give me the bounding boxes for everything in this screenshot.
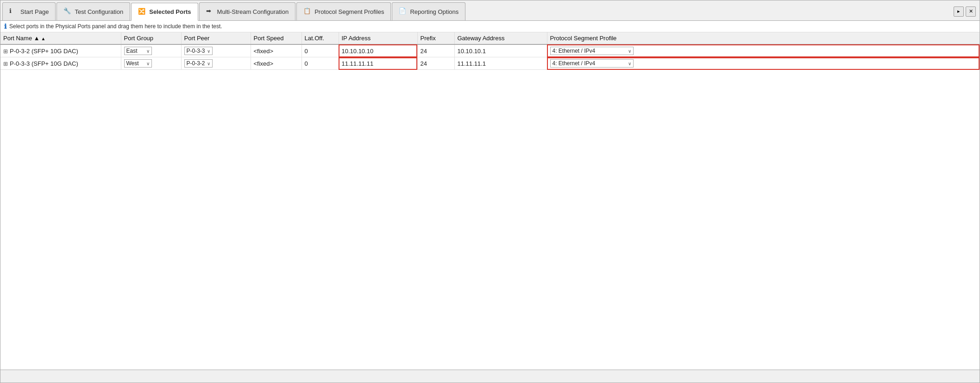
dropdown-protocol-row0[interactable]: 4: Ethernet / IPv4∨ [550, 47, 634, 55]
ports-table-container: Port Name ▲Port GroupPort PeerPort Speed… [0, 32, 980, 370]
cell-port-name-row1: ⊞P-0-3-3 (SFP+ 10G DAC) [0, 57, 121, 70]
col-header-protocol: Protocol Segment Profile [547, 32, 980, 44]
tab-reporting-options[interactable]: 📄Reporting Options [392, 2, 465, 20]
info-bar: ℹ Select ports in the Physical Ports pan… [0, 21, 980, 32]
table-row[interactable]: ⊞P-0-3-3 (SFP+ 10G DAC)West∨P-0-3-2∨<fix… [0, 57, 980, 70]
col-header-ip-address: IP Address [339, 32, 417, 44]
tab-label-multi-stream: Multi-Stream Configuration [217, 8, 289, 15]
col-header-lat-off: Lat.Off. [302, 32, 339, 44]
tab-icon-test-configuration: 🔧 [63, 7, 72, 16]
tab-close-button[interactable]: ✕ [966, 6, 976, 17]
dropdown-text-port-group-row0: East [126, 48, 144, 54]
tab-label-protocol-segment: Protocol Segment Profiles [314, 8, 384, 15]
dropdown-arrow-port-peer-row0: ∨ [207, 49, 210, 54]
tab-label-reporting-options: Reporting Options [410, 8, 459, 15]
port-icon: ⊞ [3, 61, 8, 67]
dropdown-text-port-peer-row1: P-0-3-2 [187, 60, 205, 67]
info-icon: ℹ [4, 23, 6, 30]
col-header-prefix: Prefix [417, 32, 454, 44]
cell-port-speed-row0: <fixed> [251, 44, 302, 57]
status-bar [0, 370, 980, 383]
cell-ip-address-row0: 10.10.10.10 [339, 44, 417, 57]
cell-port-group-row0: East∨ [121, 44, 181, 57]
tab-icon-multi-stream: ➡ [206, 7, 214, 16]
col-header-port-speed: Port Speed [251, 32, 302, 44]
col-header-port-name[interactable]: Port Name ▲ [0, 32, 121, 44]
tab-label-selected-ports: Selected Ports [149, 8, 191, 15]
dropdown-port-peer-row0[interactable]: P-0-3-3∨ [184, 47, 213, 55]
cell-ip-address-row1: 11.11.11.11 [339, 57, 417, 70]
tab-bar: ℹStart Page🔧Test Configuration🔀Selected … [0, 0, 980, 21]
dropdown-protocol-arrow-row0: ∨ [628, 49, 631, 54]
dropdown-text-port-group-row1: West [126, 60, 144, 67]
tab-controls: ▸ ✕ [950, 2, 980, 20]
tab-icon-reporting-options: 📄 [399, 7, 407, 16]
dropdown-port-peer-row1[interactable]: P-0-3-2∨ [184, 59, 213, 68]
dropdown-protocol-row1[interactable]: 4: Ethernet / IPv4∨ [550, 59, 634, 68]
cell-port-peer-row0: P-0-3-3∨ [181, 44, 251, 57]
port-icon: ⊞ [3, 48, 8, 55]
cell-port-group-row1: West∨ [121, 57, 181, 70]
table-row[interactable]: ⊞P-0-3-2 (SFP+ 10G DAC)East∨P-0-3-3∨<fix… [0, 44, 980, 57]
dropdown-protocol-arrow-row1: ∨ [628, 61, 631, 66]
cell-port-peer-row1: P-0-3-2∨ [181, 57, 251, 70]
tab-protocol-segment[interactable]: 📋Protocol Segment Profiles [296, 2, 391, 20]
dropdown-arrow-port-peer-row1: ∨ [207, 61, 210, 66]
dropdown-port-group-row1[interactable]: West∨ [124, 59, 152, 68]
tab-label-test-configuration: Test Configuration [75, 8, 123, 15]
col-header-gateway: Gateway Address [454, 32, 547, 44]
tab-icon-protocol-segment: 📋 [303, 7, 312, 16]
dropdown-port-group-row0[interactable]: East∨ [124, 47, 152, 55]
cell-protocol-row0: 4: Ethernet / IPv4∨ [547, 44, 980, 57]
dropdown-text-port-peer-row0: P-0-3-3 [187, 48, 205, 54]
cell-lat-off-row1: 0 [302, 57, 339, 70]
cell-lat-off-row0: 0 [302, 44, 339, 57]
cell-gateway-row0: 10.10.10.1 [454, 44, 547, 57]
dropdown-protocol-text-row0: 4: Ethernet / IPv4 [553, 48, 626, 54]
cell-port-speed-row1: <fixed> [251, 57, 302, 70]
tab-test-configuration[interactable]: 🔧Test Configuration [57, 2, 130, 20]
tab-start-page[interactable]: ℹStart Page [2, 2, 56, 20]
dropdown-arrow-port-group-row1: ∨ [146, 61, 150, 66]
tab-scroll-button[interactable]: ▸ [954, 6, 964, 17]
tab-selected-ports[interactable]: 🔀Selected Ports [131, 3, 198, 21]
dropdown-arrow-port-group-row0: ∨ [146, 49, 150, 54]
cell-prefix-row1: 24 [417, 57, 454, 70]
main-window: ℹStart Page🔧Test Configuration🔀Selected … [0, 0, 980, 383]
tab-label-start-page: Start Page [20, 8, 49, 15]
col-header-port-peer: Port Peer [181, 32, 251, 44]
col-header-port-group: Port Group [121, 32, 181, 44]
cell-port-name-row0: ⊞P-0-3-2 (SFP+ 10G DAC) [0, 44, 121, 57]
cell-protocol-row1: 4: Ethernet / IPv4∨ [547, 57, 980, 70]
dropdown-protocol-text-row1: 4: Ethernet / IPv4 [553, 60, 626, 67]
ports-table: Port Name ▲Port GroupPort PeerPort Speed… [0, 32, 980, 70]
tab-icon-selected-ports: 🔀 [138, 8, 146, 16]
cell-prefix-row0: 24 [417, 44, 454, 57]
cell-gateway-row1: 11.11.11.1 [454, 57, 547, 70]
info-message: Select ports in the Physical Ports panel… [9, 23, 222, 30]
tab-icon-start-page: ℹ [9, 7, 18, 16]
tab-multi-stream[interactable]: ➡Multi-Stream Configuration [199, 2, 296, 20]
